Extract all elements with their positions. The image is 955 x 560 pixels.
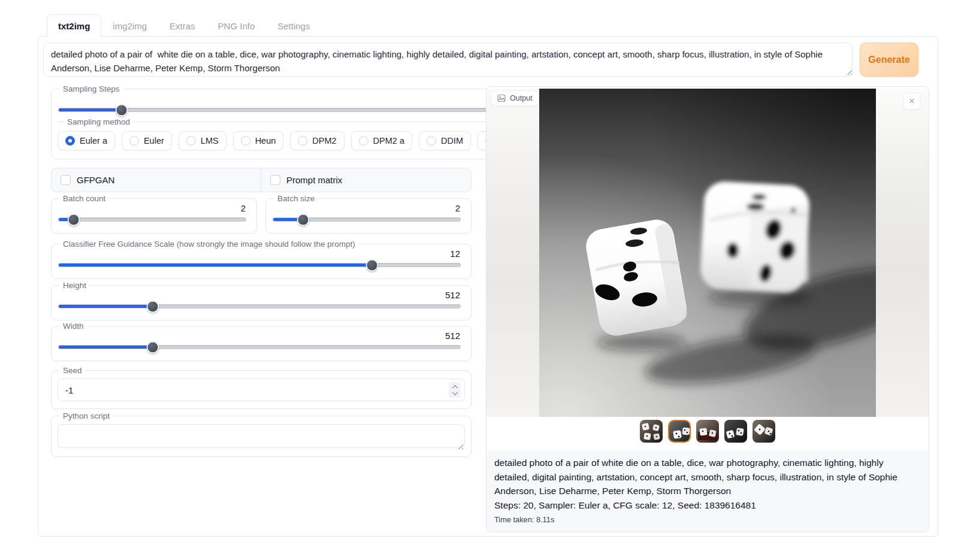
slider-thumb[interactable] — [147, 300, 159, 313]
batch-size-slider[interactable] — [273, 218, 460, 221]
gfpgan-label: GFPGAN — [77, 175, 114, 185]
checkbox-icon — [61, 175, 71, 185]
cfg-value: 12 — [58, 249, 465, 259]
close-icon[interactable]: × — [903, 93, 920, 110]
python-script-input[interactable] — [58, 424, 465, 448]
slider-thumb[interactable] — [297, 213, 309, 226]
height-group: Height 512 — [51, 281, 472, 320]
radio-label: Euler a — [80, 136, 107, 146]
output-badge-label: Output — [510, 94, 533, 102]
caption-time-text: Time taken: 8.11s — [494, 515, 921, 524]
seed-group: Seed — [51, 366, 472, 409]
slider-thumb[interactable] — [147, 341, 159, 353]
height-label: Height — [59, 281, 90, 290]
radio-heun[interactable]: Heun — [233, 131, 284, 150]
width-slider[interactable] — [59, 346, 460, 349]
number-spinner[interactable] — [449, 382, 461, 398]
sampling-steps-slider[interactable] — [59, 108, 527, 111]
radio-euler[interactable]: Euler — [122, 131, 172, 150]
radio-label: DDIM — [441, 136, 463, 146]
radio-lms[interactable]: LMS — [179, 131, 226, 150]
settings-column: Sampling Steps 20 Sampling method Euler … — [51, 84, 472, 457]
sampling-steps-label: Sampling Steps — [59, 84, 123, 93]
output-panel: Output × — [486, 86, 929, 532]
batch-count-group: Batch count 2 — [51, 194, 257, 234]
caption-prompt-text: detailed photo of a pair of white die on… — [494, 456, 921, 498]
radio-circle-icon — [427, 136, 436, 146]
batch-count-label: Batch count — [59, 194, 109, 203]
radio-circle-icon — [241, 136, 250, 146]
txt2img-app: txt2img img2img Extras PNG Info Settings… — [38, 14, 938, 537]
gallery-left-strip — [486, 89, 539, 417]
radio-euler-a[interactable]: Euler a — [58, 131, 115, 150]
cfg-label: Classifier Free Guidance Scale (how stro… — [59, 240, 359, 249]
radio-label: DPM2 — [312, 136, 336, 146]
prompt-input[interactable]: detailed photo of a pair of white die on… — [43, 43, 853, 77]
slider-thumb[interactable] — [67, 213, 80, 226]
cfg-slider[interactable] — [59, 264, 460, 267]
generate-button[interactable]: Generate — [860, 43, 918, 77]
slider-thumb[interactable] — [365, 259, 378, 271]
radio-label: LMS — [201, 136, 219, 146]
height-slider[interactable] — [59, 305, 460, 308]
caption-params-text: Steps: 20, Sampler: Euler a, CFG scale: … — [494, 498, 921, 513]
radio-circle-icon — [129, 136, 139, 146]
output-badge: Output — [491, 91, 539, 105]
sampling-steps-value: 20 — [58, 93, 531, 104]
radio-circle-icon — [298, 136, 307, 146]
python-script-label: Python script — [59, 411, 113, 420]
thumbnail-5[interactable] — [752, 420, 775, 443]
thumbnail-4[interactable] — [724, 420, 747, 443]
seed-label: Seed — [59, 366, 86, 375]
radio-label: Heun — [255, 136, 276, 146]
width-value: 512 — [58, 331, 465, 341]
gallery-right-strip — [876, 89, 929, 417]
gallery-viewport — [486, 87, 929, 417]
generated-image[interactable] — [539, 89, 876, 417]
gfpgan-checkbox[interactable]: GFPGAN — [52, 168, 261, 192]
width-group: Width 512 — [51, 322, 472, 361]
radio-circle-icon — [359, 136, 368, 146]
radio-ddim[interactable]: DDIM — [419, 131, 471, 150]
width-label: Width — [59, 322, 87, 331]
radio-label: Euler — [144, 136, 164, 146]
batch-size-label: Batch size — [274, 194, 318, 203]
sampling-method-radio-group: Euler a Euler LMS Heun — [58, 131, 531, 150]
slider-thumb[interactable] — [116, 104, 128, 116]
prompt-matrix-label: Prompt matrix — [286, 175, 342, 185]
prompt-matrix-checkbox[interactable]: Prompt matrix — [261, 168, 471, 192]
python-script-group: Python script — [51, 411, 472, 457]
tab-settings[interactable]: Settings — [266, 14, 321, 37]
tab-extras[interactable]: Extras — [158, 14, 207, 37]
thumbnail-row — [486, 417, 929, 446]
batch-count-slider[interactable] — [59, 218, 246, 221]
main-panel: detailed photo of a pair of white die on… — [38, 36, 938, 537]
batch-row: Batch count 2 Batch size 2 — [51, 194, 472, 234]
batch-count-value: 2 — [58, 203, 250, 213]
checkbox-icon — [270, 175, 280, 185]
radio-label: DPM2 a — [373, 136, 404, 146]
batch-size-value: 2 — [272, 203, 465, 213]
radio-dpm2[interactable]: DPM2 — [290, 131, 344, 150]
sampling-group: Sampling Steps 20 Sampling method Euler … — [51, 84, 538, 159]
toggles-row: GFPGAN Prompt matrix — [51, 168, 472, 192]
sampling-method-label: Sampling method — [58, 117, 531, 126]
output-caption: detailed photo of a pair of white die on… — [486, 450, 929, 532]
thumbnail-1[interactable] — [640, 420, 663, 443]
seed-input[interactable] — [65, 385, 449, 395]
thumbnail-3[interactable] — [696, 420, 719, 443]
spinner-down-icon[interactable] — [452, 389, 458, 395]
tab-png-info[interactable]: PNG Info — [207, 14, 267, 37]
radio-dpm2-a[interactable]: DPM2 a — [351, 131, 412, 150]
height-value: 512 — [58, 290, 465, 300]
radio-circle-icon — [186, 136, 196, 146]
thumbnail-2-selected[interactable] — [668, 420, 691, 443]
cfg-group: Classifier Free Guidance Scale (how stro… — [51, 240, 472, 279]
tab-txt2img[interactable]: txt2img — [47, 14, 101, 37]
tab-img2img[interactable]: img2img — [101, 14, 158, 37]
radio-circle-icon — [65, 136, 75, 146]
batch-size-group: Batch size 2 — [265, 194, 472, 234]
tab-bar: txt2img img2img Extras PNG Info Settings — [38, 14, 938, 36]
image-icon — [497, 94, 506, 102]
